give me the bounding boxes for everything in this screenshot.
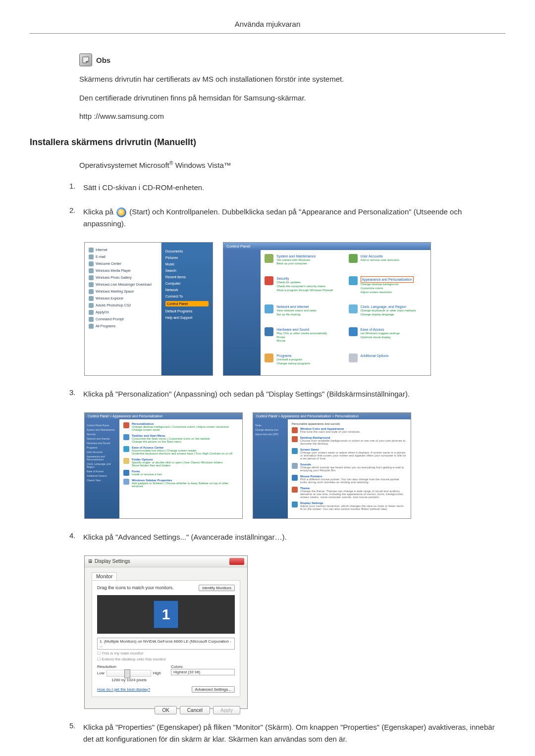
ok-button[interactable]: OK xyxy=(155,706,176,714)
start-menu-item[interactable]: Connect To xyxy=(165,295,209,298)
pers-sidebar: TasksChange desktop iconAdjust font size… xyxy=(253,419,288,518)
screenshot-start-menu: InternetE-mailWelcome CenterWindows Medi… xyxy=(84,242,213,376)
ap-item[interactable]: Taskbar and Start MenuCustomize the Star… xyxy=(123,434,238,443)
start-menu-item[interactable]: Windows Explorer xyxy=(89,296,157,301)
step-list-3: 3. Klicka på "Personalization" (Anpassni… xyxy=(69,388,505,400)
step-num: 4. xyxy=(69,531,83,540)
ap-side-item[interactable]: User Accounts xyxy=(87,451,117,454)
step-4: 4. Klicka på "Advanced Settings..." (Ava… xyxy=(69,531,505,543)
pers-item[interactable]: Desktop BackgroundChoose from available … xyxy=(292,436,407,445)
check-main-monitor[interactable]: ☐ This is my main monitor xyxy=(97,651,235,655)
cp-category[interactable]: Additional Options xyxy=(349,353,427,371)
start-menu-item[interactable]: Help and Support xyxy=(165,316,209,319)
start-menu-item[interactable]: Windows Photo Gallery xyxy=(89,275,157,280)
step2-post: (Start) och Kontrollpanelen. Dubbelklick… xyxy=(83,207,462,228)
cp-category[interactable]: Clock, Language, and RegionChange keyboa… xyxy=(349,304,427,322)
subtitle-pre: Operativsystemet Microsoft xyxy=(79,161,169,169)
start-menu-item[interactable]: Music xyxy=(165,262,209,266)
ap-side-item[interactable]: Network and Internet xyxy=(87,437,117,440)
start-menu-item[interactable]: Control Panel xyxy=(165,301,209,306)
ds-tab-monitor[interactable]: Monitor xyxy=(92,572,117,580)
pers-item[interactable]: Screen SaverChange your screen saver or … xyxy=(292,448,407,460)
ap-item[interactable]: Folder OptionsSpecify single- or double-… xyxy=(123,458,238,467)
ap-item[interactable]: Windows Sidebar PropertiesAdd gadgets to… xyxy=(123,479,238,488)
cp-category[interactable]: System and MaintenanceGet started with W… xyxy=(265,254,342,271)
pers-side-item[interactable]: Adjust font size (DPI) xyxy=(255,433,286,436)
ds-titlebar: 🖥 Display Settings xyxy=(85,556,247,567)
start-menu-item[interactable]: Command Prompt xyxy=(89,317,157,322)
ap-item[interactable]: FontsInstall or remove a font xyxy=(123,470,238,476)
cp-category[interactable]: ProgramsUninstall a programChange startu… xyxy=(265,353,342,371)
start-menu-item[interactable]: Internet xyxy=(89,248,157,252)
cp-category[interactable]: Network and InternetView network status … xyxy=(265,304,342,322)
note-icon xyxy=(79,53,92,66)
ap-side-item[interactable]: Security xyxy=(87,433,117,436)
screenshot-row-3: 🖥 Display Settings Monitor Drag the icon… xyxy=(84,555,505,709)
start-menu-item[interactable]: Search xyxy=(165,269,209,272)
ap-side-item[interactable]: System and Maintenance xyxy=(87,428,117,431)
cp-category[interactable]: User AccountsAdd or remove user accounts xyxy=(349,254,427,271)
monitor-area: 1 xyxy=(97,595,235,634)
start-menu-item[interactable]: Recent Items xyxy=(165,275,209,279)
colors-dropdown[interactable]: Highest (32 bit) xyxy=(171,669,235,675)
ap-item[interactable]: Ease of Access CenterAccommodate low vis… xyxy=(123,446,238,455)
start-menu-item[interactable]: Computer xyxy=(165,282,209,285)
start-menu-right: DocumentsPicturesMusicSearchRecent Items… xyxy=(161,243,213,375)
start-menu-item[interactable]: All Programs xyxy=(89,324,157,329)
monitor-1-icon[interactable]: 1 xyxy=(154,601,178,628)
resolution-slider[interactable] xyxy=(107,670,151,677)
close-icon[interactable] xyxy=(229,558,244,565)
start-menu-item[interactable]: Default Programs xyxy=(165,309,209,313)
note-line-1: Skärmens drivrutin har certifierats av M… xyxy=(79,74,505,85)
start-menu-item[interactable]: Documents xyxy=(165,250,209,253)
pers-side-item[interactable]: Change desktop icon xyxy=(255,428,286,431)
step-num: 2. xyxy=(69,206,83,214)
pers-item[interactable]: Display SettingsAdjust your monitor reso… xyxy=(292,502,407,510)
ap-side-item[interactable]: Ease of Access xyxy=(87,470,117,473)
start-menu-item[interactable]: Network xyxy=(165,288,209,292)
ap-side-item[interactable]: Programs xyxy=(87,446,117,449)
monitor-select[interactable]: 1. (Multiple Monitors) on NVIDIA GeForce… xyxy=(97,638,235,650)
start-menu-item[interactable]: Windows Media Player xyxy=(89,268,157,273)
pers-item[interactable]: Window Color and AppearanceFine tune the… xyxy=(292,427,407,433)
apply-button[interactable]: Apply xyxy=(213,706,240,714)
ap-sidebar: Control Panel HomeSystem and Maintenance… xyxy=(85,419,119,518)
header-title: Använda mjukvaran xyxy=(235,20,301,28)
ap-side-item[interactable]: Control Panel Home xyxy=(87,424,117,427)
start-menu-item[interactable]: Windows Live Messenger Download xyxy=(89,282,157,287)
identify-monitors-button[interactable]: Identify Monitors xyxy=(199,585,235,591)
cp-category[interactable]: Appearance and PersonalizationChange des… xyxy=(349,276,427,300)
start-menu-item[interactable]: Windows Meeting Space xyxy=(89,289,157,294)
start-menu-item[interactable]: ApplyOn xyxy=(89,310,157,315)
note-url: http ://www.samsung.com xyxy=(79,111,505,122)
pers-item[interactable]: Mouse PointersPick a different mouse poi… xyxy=(292,475,407,484)
cancel-button[interactable]: Cancel xyxy=(180,706,210,714)
cp-category[interactable]: SecurityCheck for updatesCheck this comp… xyxy=(265,276,342,300)
ds-title-text: Display Settings xyxy=(95,558,130,564)
advanced-settings-button[interactable]: Advanced Settings... xyxy=(192,686,235,693)
screenshot-personalization: Control Panel > Appearance and Personali… xyxy=(253,412,411,519)
ap-side-item[interactable]: Hardware and Sound xyxy=(87,442,117,445)
ap-side-item[interactable]: Clock, Language, and Region xyxy=(87,462,117,468)
cp-category[interactable]: Hardware and SoundPlay CDs or other medi… xyxy=(265,327,342,349)
start-menu-item[interactable]: E-mail xyxy=(89,254,157,259)
check-extend-desktop[interactable]: ☐ Extend the desktop onto this monitor xyxy=(97,657,235,661)
pers-item[interactable]: SoundsChange which sounds are heard when… xyxy=(292,463,407,472)
help-link[interactable]: How do I get the best display? xyxy=(97,687,150,692)
cp-category[interactable]: Ease of AccessLet Windows suggest settin… xyxy=(349,327,427,349)
ap-side-item[interactable]: Additional Options xyxy=(87,474,117,477)
ap-item[interactable]: PersonalizationChange desktop background… xyxy=(123,422,238,431)
start-menu-item[interactable]: Welcome Center xyxy=(89,261,157,266)
ap-side-item[interactable]: Classic View xyxy=(87,479,117,482)
start-menu-item[interactable]: Pictures xyxy=(165,256,209,259)
note-line-2: Den certifierade drivrutinen finns på he… xyxy=(79,93,505,104)
pers-side-item[interactable]: Tasks xyxy=(255,424,286,427)
start-menu-item[interactable]: Adobe Photoshop CS2 xyxy=(89,303,157,308)
pers-item[interactable]: ThemeChange the theme. Themes can change… xyxy=(292,487,407,499)
step-text: Klicka på "Advanced Settings..." (Avance… xyxy=(83,531,505,543)
note-label: Obs xyxy=(96,56,110,64)
step-2: 2. Klicka på (Start) och Kontrollpanelen… xyxy=(69,206,505,230)
ap-side-item[interactable]: Appearance and Personalization xyxy=(87,455,117,461)
monitor-icon: 🖥 xyxy=(88,558,93,564)
start-menu-left: InternetE-mailWelcome CenterWindows Medi… xyxy=(85,243,161,375)
